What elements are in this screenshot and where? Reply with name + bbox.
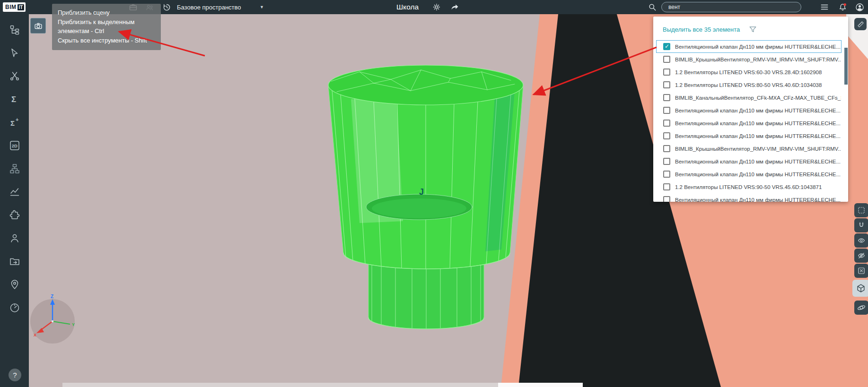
orbit-button[interactable] — [854, 301, 868, 315]
row-checkbox[interactable] — [663, 56, 670, 63]
filter-icon[interactable] — [748, 25, 757, 34]
row-label: Вентиляционный клапан Дн110 мм фирмы HUT… — [675, 44, 841, 50]
show-button[interactable] — [854, 233, 868, 248]
measure-tool-button[interactable] — [854, 18, 867, 30]
horizontal-scrollbar-track — [62, 383, 498, 387]
clear-selection-button[interactable] — [854, 264, 868, 278]
row-label: BIMLIB_КанальныйВентилятор_CFk-MXA_CFz-M… — [675, 95, 841, 101]
tooltip-item: Приблизить сцену — [58, 9, 155, 17]
tool-geo-user[interactable] — [0, 273, 29, 296]
chevron-down-icon[interactable]: ▼ — [260, 0, 264, 14]
panel-scrollbar-thumb[interactable] — [844, 48, 848, 85]
row-label: Вентиляционный клапан Дн110 мм фирмы HUT… — [675, 197, 841, 202]
isolate-cube-button[interactable] — [852, 280, 868, 297]
select-area-button[interactable] — [854, 203, 868, 217]
tool-sum-add[interactable]: Σ+ — [0, 111, 29, 134]
workspace-selector[interactable]: Базовое пространство — [177, 0, 241, 14]
tool-clash[interactable] — [0, 64, 29, 87]
magnet-icon — [857, 221, 866, 230]
tool-structure-tree[interactable] — [0, 18, 29, 41]
tool-sum[interactable]: Σ — [0, 87, 29, 111]
gizmo-x-label: X — [34, 333, 36, 337]
row-checkbox[interactable] — [663, 158, 670, 165]
tool-users[interactable] — [0, 226, 29, 249]
search-button[interactable] — [647, 2, 658, 12]
tooltip-item: Скрыть все инструменты - Shift — [58, 36, 155, 45]
help-button[interactable]: ? — [9, 369, 21, 381]
user-icon — [9, 232, 20, 244]
structure-tree-icon — [9, 24, 20, 35]
row-label: Вентиляционный клапан Дн110 мм фирмы HUT… — [675, 133, 841, 139]
menu-list-button[interactable] — [819, 2, 830, 12]
tool-select[interactable] — [0, 41, 29, 64]
list-item[interactable]: Вентиляционный клапан Дн110 мм фирмы HUT… — [656, 168, 842, 181]
row-label: 1.2 Вентиляторы LITENED VRS:60-30 VRS.28… — [675, 69, 822, 75]
app-logo[interactable]: BIM IT — [3, 2, 26, 12]
row-label: 1.2 Вентиляторы LITENED VRS:80-50 VRS.40… — [675, 82, 822, 88]
list-item[interactable]: BIMLIB_КрышныйВентилятор_RMV-VIM_IRMV-VI… — [656, 53, 842, 66]
row-checkbox[interactable] — [663, 196, 670, 202]
row-label: Вентиляционный клапан Дн110 мм фирмы HUT… — [675, 172, 841, 177]
history-button[interactable] — [161, 2, 172, 12]
account-button[interactable] — [854, 2, 865, 12]
row-checkbox[interactable] — [663, 183, 670, 190]
tool-export[interactable] — [0, 249, 29, 273]
tool-analytics[interactable] — [0, 180, 29, 203]
list-item[interactable]: Вентиляционный клапан Дн110 мм фирмы HUT… — [656, 193, 842, 202]
list-item[interactable]: Вентиляционный клапан Дн110 мм фирмы HUT… — [656, 155, 842, 168]
camera-icon — [33, 21, 44, 31]
row-checkbox[interactable] — [663, 94, 670, 101]
tool-hierarchy[interactable] — [0, 157, 29, 180]
hierarchy-icon — [9, 163, 20, 174]
row-checkbox[interactable] — [663, 171, 670, 178]
list-item[interactable]: Вентиляционный клапан Дн110 мм фирмы HUT… — [656, 40, 842, 53]
list-item[interactable]: 1.2 Вентиляторы LITENED VRS:90-50 VRS.45… — [656, 181, 842, 193]
list-item[interactable]: BIMLIB_КрышныйВентилятор_RMV-VIM_IRMV-VI… — [656, 142, 842, 155]
row-checkbox[interactable] — [663, 132, 670, 139]
tool-2d-view[interactable]: 2D — [0, 134, 29, 157]
list-item[interactable]: 1.2 Вентиляторы LITENED VRS:80-50 VRS.40… — [656, 78, 842, 91]
zoom-tooltip: Приблизить сцену Приблизить к выделенным… — [52, 4, 161, 50]
notifications-button[interactable] — [837, 2, 848, 12]
list-item[interactable]: Вентиляционный клапан Дн110 мм фирмы HUT… — [656, 117, 842, 129]
zoom-tool-button[interactable] — [30, 18, 46, 34]
list-item[interactable]: 1.2 Вентиляторы LITENED VRS:60-30 VRS.28… — [656, 66, 842, 78]
analytics-icon — [9, 186, 20, 198]
gauge-icon — [9, 302, 20, 313]
user-pin-icon — [9, 279, 20, 290]
orbit-icon — [857, 303, 866, 312]
settings-button[interactable] — [431, 2, 442, 12]
svg-text:2D: 2D — [11, 143, 17, 148]
tool-plugins[interactable] — [0, 203, 29, 226]
row-checkbox[interactable] — [663, 145, 670, 152]
row-checkbox[interactable] — [663, 120, 670, 127]
view-2d-icon: 2D — [9, 140, 20, 151]
navigation-gizmo[interactable]: Z Y X — [24, 293, 81, 350]
hide-button[interactable] — [854, 249, 868, 263]
row-checkbox[interactable] — [663, 69, 670, 76]
notification-badge — [843, 3, 846, 6]
close-square-icon — [857, 267, 866, 275]
row-checkbox[interactable] — [663, 81, 670, 88]
row-label: BIMLIB_КрышныйВентилятор_RMV-VIM_IRMV-VI… — [675, 146, 841, 152]
row-checkbox[interactable] — [663, 43, 670, 50]
plugins-icon — [9, 209, 20, 221]
snap-button[interactable] — [854, 218, 868, 232]
cube-icon — [856, 283, 866, 293]
list-item[interactable]: Вентиляционный клапан Дн110 мм фирмы HUT… — [656, 104, 842, 117]
sum-icon: Σ — [9, 94, 20, 105]
gizmo-z-label: Z — [51, 294, 53, 299]
history-icon — [162, 2, 172, 12]
clash-check-icon — [9, 70, 20, 82]
horizontal-scrollbar-thumb[interactable] — [498, 383, 583, 387]
share-button[interactable] — [449, 2, 460, 12]
tool-gauge[interactable] — [0, 296, 29, 319]
select-all-link[interactable]: Выделить все 35 элемента — [663, 26, 740, 33]
list-item[interactable]: Вентиляционный клапан Дн110 мм фирмы HUT… — [656, 129, 842, 142]
row-checkbox[interactable] — [663, 107, 670, 114]
list-item[interactable]: BIMLIB_КанальныйВентилятор_CFk-MXA_CFz-M… — [656, 91, 842, 104]
search-input[interactable] — [661, 2, 801, 12]
svg-text:+: + — [16, 117, 18, 122]
row-label: Вентиляционный клапан Дн110 мм фирмы HUT… — [675, 108, 841, 113]
select-tool-icon — [9, 47, 20, 59]
